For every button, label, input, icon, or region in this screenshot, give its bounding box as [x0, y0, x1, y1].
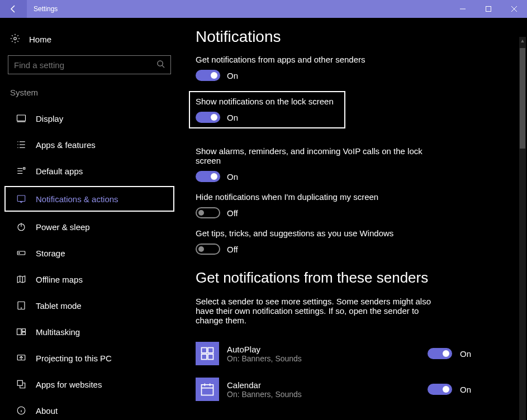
toggle-state: On	[227, 172, 238, 182]
projecting-icon	[16, 353, 27, 363]
svg-rect-18	[23, 168, 25, 169]
sidebar-item-label: Projecting to this PC	[36, 354, 112, 363]
svg-rect-33	[17, 380, 22, 385]
titlebar: Settings	[0, 0, 527, 18]
search-icon	[156, 60, 165, 70]
sidebar-item-storage[interactable]: Storage	[4, 240, 174, 266]
svg-point-23	[19, 252, 20, 254]
sidebar-item-label: Default apps	[36, 166, 83, 176]
minimize-button[interactable]	[450, 0, 476, 18]
sidebar-item-notifications-actions[interactable]: Notifications & actions	[4, 186, 174, 212]
svg-rect-39	[202, 354, 207, 359]
svg-rect-38	[208, 348, 213, 353]
sidebar-item-label: Display	[36, 114, 63, 123]
scroll-up-arrow[interactable]: ▲	[519, 37, 526, 45]
toggle-switch[interactable]	[196, 70, 220, 81]
sender-name: AutoPlay	[227, 345, 420, 354]
svg-rect-37	[202, 348, 207, 353]
senders-description: Select a sender to see more settings. So…	[196, 297, 436, 325]
sender-row-calendar[interactable]: CalendarOn: Banners, SoundsOn	[196, 374, 505, 410]
svg-point-4	[14, 37, 17, 40]
sidebar-item-multitasking[interactable]: Multitasking	[4, 319, 174, 345]
svg-point-27	[21, 308, 21, 308]
back-button[interactable]	[0, 0, 27, 18]
highlighted-setting: Show notifications on the lock screenOn	[189, 91, 345, 128]
maximize-button[interactable]	[476, 0, 501, 18]
sender-toggle[interactable]	[428, 384, 452, 395]
autoplay-icon	[196, 342, 219, 365]
sidebar-item-projecting-to-this-pc[interactable]: Projecting to this PC	[4, 345, 174, 371]
section-label: System	[0, 88, 179, 105]
about-icon	[16, 405, 27, 416]
setting-label: Hide notifications when I'm duplicating …	[196, 192, 430, 202]
svg-rect-41	[202, 385, 213, 395]
sender-subtitle: On: Banners, Sounds	[227, 354, 420, 363]
page-heading: Notifications	[196, 28, 505, 46]
sender-toggle-state: On	[460, 349, 471, 359]
home-label: Home	[29, 35, 51, 44]
notifications-icon	[16, 194, 27, 204]
sender-row-autoplay[interactable]: AutoPlayOn: Banners, SoundsOn	[196, 338, 505, 374]
toggle-switch[interactable]	[196, 207, 220, 218]
scrollbar[interactable]: ▲ ▼	[519, 37, 526, 420]
sidebar-item-label: Multitasking	[36, 327, 80, 337]
setting-label: Get notifications from apps and other se…	[196, 55, 430, 64]
apps-icon	[16, 140, 27, 150]
sidebar-item-label: About	[36, 406, 58, 416]
toggle-switch[interactable]	[196, 171, 220, 182]
svg-rect-7	[17, 115, 26, 121]
toggle-state: On	[227, 113, 238, 122]
sidebar-item-tablet-mode[interactable]: Tablet mode	[4, 293, 174, 318]
toggle-switch[interactable]	[196, 244, 220, 255]
sender-toggle-state: On	[460, 385, 471, 394]
sidebar-item-label: Apps & features	[36, 140, 96, 150]
sidebar-item-label: Apps for websites	[36, 380, 102, 389]
sidebar-item-label: Storage	[36, 249, 65, 258]
svg-rect-28	[17, 329, 22, 335]
display-icon	[16, 113, 27, 123]
sidebar-item-display[interactable]: Display	[4, 106, 174, 131]
senders-heading: Get notifications from these senders	[196, 269, 505, 287]
toggle-state: Off	[227, 245, 238, 254]
svg-rect-30	[22, 332, 26, 335]
svg-rect-40	[208, 354, 213, 359]
svg-line-6	[162, 65, 164, 68]
scrollbar-thumb[interactable]	[520, 48, 525, 149]
sidebar-item-default-apps[interactable]: Default apps	[4, 158, 174, 184]
toggle-state: Off	[227, 208, 238, 218]
sender-toggle[interactable]	[428, 348, 452, 359]
sidebar-item-label: Offline maps	[36, 275, 83, 284]
setting-label: Get tips, tricks, and suggestions as you…	[196, 228, 430, 238]
storage-icon	[16, 248, 27, 258]
gear-icon	[10, 34, 20, 45]
default-apps-icon	[16, 166, 27, 176]
setting-label: Show notifications on the lock screen	[196, 97, 339, 106]
calendar-icon	[196, 378, 219, 401]
sidebar-item-label: Power & sleep	[36, 222, 90, 232]
main-panel: Notifications Get notifications from app…	[179, 18, 527, 420]
svg-rect-29	[22, 329, 26, 332]
maps-icon	[16, 274, 27, 284]
toggle-switch[interactable]	[196, 112, 220, 123]
svg-point-5	[158, 60, 163, 65]
sender-name: Calendar	[227, 380, 420, 390]
sidebar-item-power-sleep[interactable]: Power & sleep	[4, 214, 174, 240]
multitasking-icon	[16, 327, 27, 337]
window-title: Settings	[27, 5, 450, 13]
sidebar-item-about[interactable]: About	[4, 398, 174, 420]
close-button[interactable]	[501, 0, 527, 18]
sender-subtitle: On: Banners, Sounds	[227, 390, 420, 399]
sidebar: Home System DisplayApps & featuresDefaul…	[0, 18, 179, 420]
tablet-icon	[16, 300, 27, 311]
sidebar-item-label: Tablet mode	[36, 301, 82, 311]
search-input[interactable]	[14, 60, 156, 70]
sidebar-item-apps-for-websites[interactable]: Apps for websites	[4, 371, 174, 397]
setting-label: Show alarms, reminders, and incoming VoI…	[196, 146, 430, 165]
sidebar-item-apps-features[interactable]: Apps & features	[4, 132, 174, 157]
search-box[interactable]	[8, 55, 171, 74]
svg-rect-19	[17, 195, 25, 202]
apps-websites-icon	[16, 379, 27, 389]
home-button[interactable]: Home	[0, 28, 179, 55]
toggle-state: On	[227, 71, 238, 80]
sidebar-item-offline-maps[interactable]: Offline maps	[4, 266, 174, 292]
